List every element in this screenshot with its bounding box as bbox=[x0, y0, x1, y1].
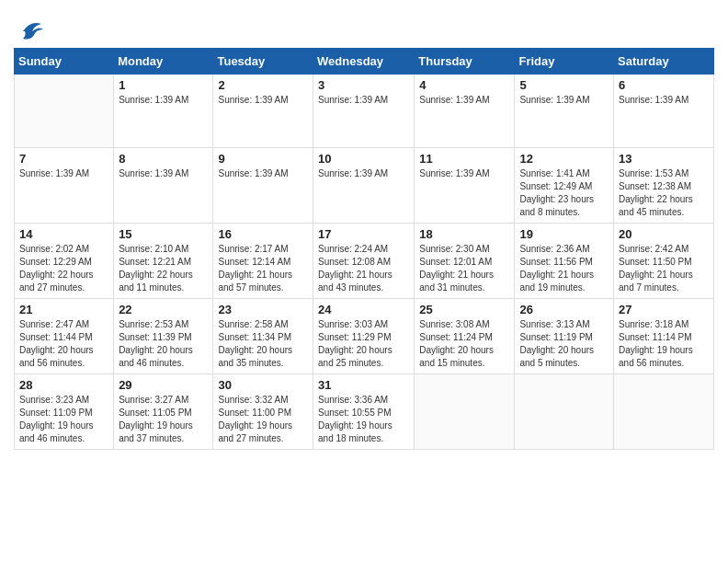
calendar-cell: 24Sunrise: 3:03 AM Sunset: 11:29 PM Dayl… bbox=[313, 299, 415, 374]
calendar-cell: 2Sunrise: 1:39 AM bbox=[213, 75, 313, 148]
day-info: Sunrise: 1:53 AM Sunset: 12:38 AM Daylig… bbox=[619, 167, 709, 219]
day-info: Sunrise: 1:39 AM bbox=[218, 94, 308, 107]
day-number: 23 bbox=[218, 303, 308, 316]
calendar-cell: 18Sunrise: 2:30 AM Sunset: 12:01 AM Dayl… bbox=[415, 224, 515, 299]
day-number: 3 bbox=[318, 78, 409, 92]
day-number: 22 bbox=[119, 303, 208, 316]
calendar-cell: 1Sunrise: 1:39 AM bbox=[114, 75, 213, 148]
column-header-monday: Monday bbox=[114, 49, 213, 75]
day-number: 28 bbox=[19, 378, 108, 392]
column-header-friday: Friday bbox=[515, 49, 614, 75]
day-info: Sunrise: 2:24 AM Sunset: 12:08 AM Daylig… bbox=[318, 243, 409, 294]
week-row-4: 21Sunrise: 2:47 AM Sunset: 11:44 PM Dayl… bbox=[15, 299, 714, 374]
calendar-cell: 21Sunrise: 2:47 AM Sunset: 11:44 PM Dayl… bbox=[15, 299, 114, 374]
day-info: Sunrise: 2:47 AM Sunset: 11:44 PM Daylig… bbox=[19, 318, 108, 370]
day-number: 26 bbox=[519, 303, 609, 316]
calendar-cell: 31Sunrise: 3:36 AM Sunset: 10:55 PM Dayl… bbox=[313, 374, 415, 450]
day-number: 31 bbox=[318, 378, 409, 392]
page-header bbox=[14, 9, 714, 44]
day-number: 24 bbox=[318, 303, 409, 316]
day-info: Sunrise: 1:39 AM bbox=[318, 94, 409, 107]
day-info: Sunrise: 2:36 AM Sunset: 11:56 PM Daylig… bbox=[519, 243, 609, 294]
calendar-cell: 19Sunrise: 2:36 AM Sunset: 11:56 PM Dayl… bbox=[515, 224, 614, 299]
day-number: 12 bbox=[519, 152, 609, 166]
calendar-cell bbox=[415, 374, 515, 450]
day-number: 5 bbox=[519, 78, 609, 92]
week-row-3: 14Sunrise: 2:02 AM Sunset: 12:29 AM Dayl… bbox=[15, 224, 714, 299]
day-info: Sunrise: 3:13 AM Sunset: 11:19 PM Daylig… bbox=[519, 318, 609, 370]
day-info: Sunrise: 3:18 AM Sunset: 11:14 PM Daylig… bbox=[619, 318, 709, 370]
calendar-cell bbox=[515, 374, 614, 450]
calendar-cell: 3Sunrise: 1:39 AM bbox=[313, 75, 415, 148]
day-info: Sunrise: 3:36 AM Sunset: 10:55 PM Daylig… bbox=[318, 394, 409, 445]
calendar-cell: 15Sunrise: 2:10 AM Sunset: 12:21 AM Dayl… bbox=[114, 224, 213, 299]
day-info: Sunrise: 3:23 AM Sunset: 11:09 PM Daylig… bbox=[19, 394, 108, 445]
day-info: Sunrise: 1:39 AM bbox=[19, 167, 108, 180]
day-number: 25 bbox=[419, 303, 509, 316]
week-row-5: 28Sunrise: 3:23 AM Sunset: 11:09 PM Dayl… bbox=[15, 374, 714, 450]
day-info: Sunrise: 1:41 AM Sunset: 12:49 AM Daylig… bbox=[519, 167, 609, 219]
day-number: 1 bbox=[119, 78, 208, 92]
calendar-cell: 7Sunrise: 1:39 AM bbox=[15, 148, 114, 224]
day-number: 17 bbox=[318, 227, 409, 241]
day-info: Sunrise: 1:39 AM bbox=[619, 94, 709, 107]
day-number: 6 bbox=[619, 78, 709, 92]
calendar-cell: 20Sunrise: 2:42 AM Sunset: 11:50 PM Dayl… bbox=[614, 224, 714, 299]
day-number: 8 bbox=[119, 152, 208, 166]
column-header-sunday: Sunday bbox=[15, 49, 114, 75]
day-info: Sunrise: 3:03 AM Sunset: 11:29 PM Daylig… bbox=[318, 318, 409, 370]
day-info: Sunrise: 1:39 AM bbox=[419, 94, 509, 107]
day-number: 14 bbox=[19, 227, 108, 241]
calendar-cell: 10Sunrise: 1:39 AM bbox=[313, 148, 415, 224]
calendar-cell: 9Sunrise: 1:39 AM bbox=[213, 148, 313, 224]
day-number: 2 bbox=[218, 78, 308, 92]
calendar-cell: 22Sunrise: 2:53 AM Sunset: 11:39 PM Dayl… bbox=[114, 299, 213, 374]
day-number: 11 bbox=[419, 152, 509, 166]
calendar-table: SundayMondayTuesdayWednesdayThursdayFrid… bbox=[14, 48, 714, 450]
calendar-header-row: SundayMondayTuesdayWednesdayThursdayFrid… bbox=[15, 49, 714, 75]
day-number: 30 bbox=[218, 378, 308, 392]
calendar-cell: 6Sunrise: 1:39 AM bbox=[614, 75, 714, 148]
day-number: 15 bbox=[119, 227, 208, 241]
day-number: 10 bbox=[318, 152, 409, 166]
calendar-cell: 13Sunrise: 1:53 AM Sunset: 12:38 AM Dayl… bbox=[614, 148, 714, 224]
day-number: 21 bbox=[19, 303, 108, 316]
week-row-1: 1Sunrise: 1:39 AM2Sunrise: 1:39 AM3Sunri… bbox=[15, 75, 714, 148]
day-info: Sunrise: 1:39 AM bbox=[318, 167, 409, 180]
day-number: 27 bbox=[619, 303, 709, 316]
day-number: 7 bbox=[19, 152, 108, 166]
day-info: Sunrise: 2:02 AM Sunset: 12:29 AM Daylig… bbox=[19, 243, 108, 294]
day-info: Sunrise: 3:08 AM Sunset: 11:24 PM Daylig… bbox=[419, 318, 509, 370]
calendar-cell: 26Sunrise: 3:13 AM Sunset: 11:19 PM Dayl… bbox=[515, 299, 614, 374]
day-info: Sunrise: 2:30 AM Sunset: 12:01 AM Daylig… bbox=[419, 243, 509, 294]
logo-bird-icon bbox=[16, 18, 45, 44]
calendar-cell: 28Sunrise: 3:23 AM Sunset: 11:09 PM Dayl… bbox=[15, 374, 114, 450]
calendar-cell: 16Sunrise: 2:17 AM Sunset: 12:14 AM Dayl… bbox=[213, 224, 313, 299]
calendar-cell: 8Sunrise: 1:39 AM bbox=[114, 148, 213, 224]
day-info: Sunrise: 1:39 AM bbox=[119, 94, 208, 107]
day-number: 13 bbox=[619, 152, 709, 166]
day-number: 9 bbox=[218, 152, 308, 166]
day-number: 19 bbox=[519, 227, 609, 241]
calendar-cell: 5Sunrise: 1:39 AM bbox=[515, 75, 614, 148]
day-info: Sunrise: 1:39 AM bbox=[419, 167, 509, 180]
column-header-saturday: Saturday bbox=[614, 49, 714, 75]
calendar-cell: 27Sunrise: 3:18 AM Sunset: 11:14 PM Dayl… bbox=[614, 299, 714, 374]
calendar-cell: 4Sunrise: 1:39 AM bbox=[415, 75, 515, 148]
week-row-2: 7Sunrise: 1:39 AM8Sunrise: 1:39 AM9Sunri… bbox=[15, 148, 714, 224]
calendar-cell: 29Sunrise: 3:27 AM Sunset: 11:05 PM Dayl… bbox=[114, 374, 213, 450]
calendar-cell: 23Sunrise: 2:58 AM Sunset: 11:34 PM Dayl… bbox=[213, 299, 313, 374]
calendar-cell: 11Sunrise: 1:39 AM bbox=[415, 148, 515, 224]
day-info: Sunrise: 2:53 AM Sunset: 11:39 PM Daylig… bbox=[119, 318, 208, 370]
column-header-thursday: Thursday bbox=[415, 49, 515, 75]
day-number: 4 bbox=[419, 78, 509, 92]
calendar-cell bbox=[614, 374, 714, 450]
day-info: Sunrise: 1:39 AM bbox=[218, 167, 308, 180]
calendar-cell: 12Sunrise: 1:41 AM Sunset: 12:49 AM Dayl… bbox=[515, 148, 614, 224]
day-number: 16 bbox=[218, 227, 308, 241]
calendar-cell: 17Sunrise: 2:24 AM Sunset: 12:08 AM Dayl… bbox=[313, 224, 415, 299]
day-number: 29 bbox=[119, 378, 208, 392]
calendar-cell: 14Sunrise: 2:02 AM Sunset: 12:29 AM Dayl… bbox=[15, 224, 114, 299]
column-header-tuesday: Tuesday bbox=[213, 49, 313, 75]
day-info: Sunrise: 1:39 AM bbox=[519, 94, 609, 107]
